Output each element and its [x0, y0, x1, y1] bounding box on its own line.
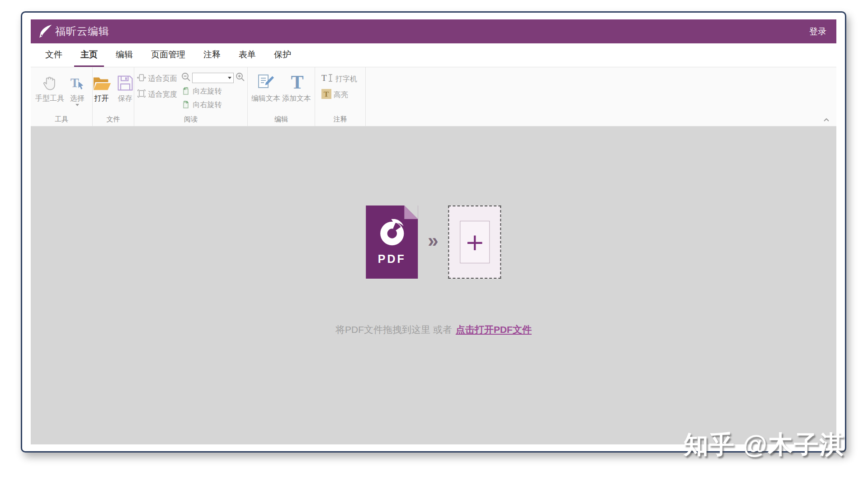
watermark: 知乎 @木子淇 — [684, 428, 845, 462]
rotate-left-button[interactable]: 向左旋转 — [181, 85, 245, 97]
svg-text:T: T — [324, 90, 329, 98]
typewriter-icon: T — [321, 73, 333, 85]
rotate-right-label: 向右旋转 — [193, 100, 222, 110]
group-file: 打开 保存 文件 — [93, 67, 134, 126]
tab-home[interactable]: 主页 — [74, 43, 104, 67]
group-label-file: 文件 — [95, 114, 131, 126]
edit-text-label: 编辑文本 — [251, 94, 280, 103]
menu-bar: 文件 主页 编辑 页面管理 注释 表单 保护 — [31, 43, 836, 67]
add-text-button[interactable]: T 添加文本 — [283, 70, 311, 114]
select-tool-button[interactable]: T 选择 — [67, 70, 88, 114]
zoom-out-icon[interactable] — [181, 72, 191, 84]
tab-page-management[interactable]: 页面管理 — [145, 43, 192, 67]
rotate-right-button[interactable]: 向右旋转 — [181, 99, 245, 111]
svg-text:T: T — [291, 72, 304, 92]
app-window: 福昕云编辑 登录 文件 主页 编辑 页面管理 注释 表单 保护 手型工具 — [21, 11, 846, 453]
fit-page-label: 适合页面 — [148, 74, 177, 84]
edit-text-icon — [255, 70, 276, 94]
hand-icon — [41, 70, 59, 94]
page: { "app": { "title": "福昕云编辑", "login_labe… — [0, 0, 868, 481]
drop-hint-text: 将PDF文件拖拽到这里 或者 — [335, 324, 452, 335]
group-label-tools: 工具 — [33, 114, 90, 126]
pdf-label: PDF — [378, 252, 406, 266]
collapse-ribbon-icon[interactable] — [822, 115, 831, 125]
folder-open-icon — [92, 70, 112, 94]
rotate-left-label: 向左旋转 — [193, 87, 222, 96]
fit-width-icon — [137, 89, 146, 100]
add-text-icon: T — [288, 70, 306, 94]
hand-tool-label: 手型工具 — [35, 94, 64, 103]
title-bar: 福昕云编辑 登录 — [31, 19, 836, 43]
typewriter-button[interactable]: T 打字机 — [321, 73, 357, 85]
typewriter-label: 打字机 — [335, 75, 357, 84]
open-label: 打开 — [94, 94, 109, 103]
document-canvas: PDF » + 将PDF文件拖拽到这里 或者点击打开PDF文件 — [31, 126, 836, 444]
fit-width-button[interactable]: 适合宽度 — [137, 89, 177, 100]
fit-page-icon — [137, 73, 146, 84]
tab-edit[interactable]: 编辑 — [109, 43, 139, 67]
group-comment: T 打字机 T 高亮 — [315, 67, 366, 126]
ribbon-toolbar: 手型工具 T 选择 工具 — [31, 67, 836, 126]
add-text-label: 添加文本 — [282, 94, 311, 103]
tab-protect[interactable]: 保护 — [268, 43, 297, 67]
fit-width-label: 适合宽度 — [148, 90, 177, 99]
group-label-read: 阅读 — [137, 114, 245, 126]
zoom-in-icon[interactable] — [235, 72, 245, 84]
hand-tool-button[interactable]: 手型工具 — [35, 70, 64, 114]
svg-text:T: T — [321, 73, 327, 83]
save-label: 保存 — [118, 94, 132, 103]
drop-zone: PDF » + — [366, 205, 501, 279]
highlight-button[interactable]: T 高亮 — [321, 89, 348, 101]
select-cursor-icon: T — [69, 70, 86, 94]
highlight-label: 高亮 — [334, 90, 348, 100]
pdf-file-icon: PDF — [366, 205, 418, 279]
quill-logo-icon — [36, 23, 53, 40]
page-fold-cut — [404, 205, 418, 219]
zoom-level-input[interactable] — [192, 73, 234, 83]
drop-target[interactable]: + — [448, 205, 501, 279]
svg-text:T: T — [71, 76, 79, 90]
drop-hint: 将PDF文件拖拽到这里 或者点击打开PDF文件 — [31, 323, 836, 336]
double-chevron-icon: » — [428, 231, 438, 253]
open-pdf-link[interactable]: 点击打开PDF文件 — [456, 324, 532, 335]
floppy-save-icon — [116, 70, 134, 94]
tab-file[interactable]: 文件 — [39, 43, 69, 67]
group-edit: 编辑文本 T 添加文本 编辑 — [248, 67, 315, 126]
tab-form[interactable]: 表单 — [232, 43, 262, 67]
foxit-fox-logo-icon — [378, 219, 406, 249]
group-read: 适合页面 适合宽度 — [134, 67, 248, 126]
empty-page: + — [460, 221, 490, 263]
rotate-right-icon — [181, 99, 191, 111]
tab-comment[interactable]: 注释 — [197, 43, 227, 67]
open-button[interactable]: 打开 — [91, 70, 112, 114]
rotate-left-icon — [181, 85, 191, 97]
group-tools: 手型工具 T 选择 工具 — [31, 67, 93, 126]
select-tool-label: 选择 — [70, 94, 85, 103]
dropdown-caret-icon[interactable] — [75, 104, 79, 106]
highlight-icon: T — [321, 89, 331, 101]
login-button[interactable]: 登录 — [809, 26, 826, 37]
save-button[interactable]: 保存 — [115, 70, 136, 114]
edit-text-button[interactable]: 编辑文本 — [252, 70, 280, 114]
group-label-edit: 编辑 — [250, 114, 312, 126]
app-title: 福昕云编辑 — [55, 24, 109, 38]
plus-icon: + — [465, 232, 485, 253]
group-label-comment: 注释 — [318, 114, 363, 126]
fit-page-button[interactable]: 适合页面 — [137, 73, 177, 84]
